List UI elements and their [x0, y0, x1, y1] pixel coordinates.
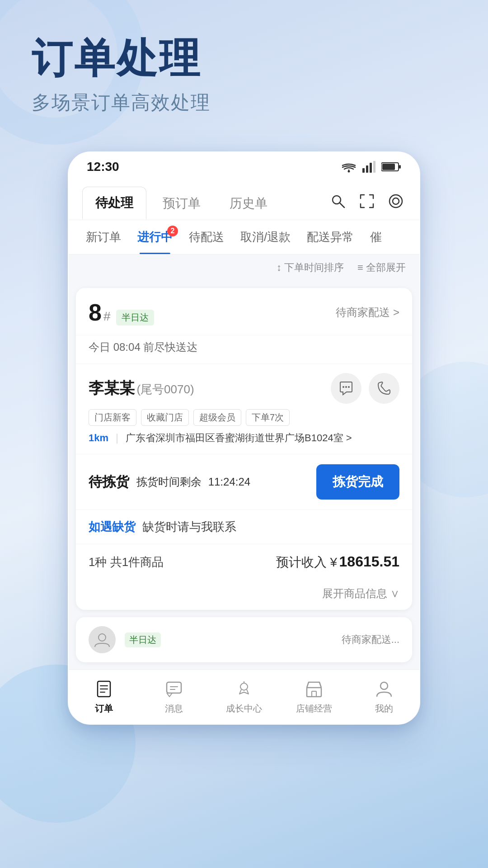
- subnav-new-order[interactable]: 新订单: [78, 220, 129, 254]
- profile-nav-label: 我的: [375, 703, 393, 715]
- battery-icon: [381, 161, 401, 172]
- signal-icon: [362, 161, 376, 173]
- tab-pending[interactable]: 待处理: [82, 187, 146, 220]
- phone-icon: [376, 381, 392, 396]
- second-order-preview[interactable]: 半日达 待商家配送...: [76, 617, 412, 662]
- order-num-hash: #: [103, 309, 111, 324]
- preview-status: 待商家配送...: [342, 633, 399, 646]
- tab-prebook[interactable]: 预订单: [150, 187, 213, 220]
- search-button[interactable]: [328, 191, 348, 211]
- order-number: 8 # 半日达: [89, 299, 154, 326]
- scan-icon: [359, 193, 375, 209]
- scan-button[interactable]: [357, 191, 377, 211]
- store-nav-label: 店铺经营: [296, 703, 332, 715]
- oos-notice: 如遇缺货 缺货时请与我联系: [76, 509, 412, 544]
- income-prefix: 预计收入 ¥: [276, 555, 337, 569]
- top-nav: 待处理 预订单 历史单: [69, 179, 419, 220]
- svg-point-26: [380, 682, 388, 689]
- bottom-nav-store[interactable]: 店铺经营: [279, 677, 349, 715]
- card-header: 8 # 半日达 待商家配送 >: [76, 288, 412, 335]
- expand-products-button[interactable]: 展开商品信息 ∨: [76, 580, 412, 610]
- settings-button[interactable]: [386, 191, 406, 211]
- tag-favorite-store: 收藏门店: [141, 409, 189, 426]
- customer-section: 李某某 (尾号0070): [76, 363, 412, 454]
- phone-mockup: 12:30 待处理 预订单 历史单: [68, 151, 420, 725]
- svg-rect-24: [312, 691, 316, 697]
- bottom-nav: 订单 消息 成长中心: [69, 670, 419, 724]
- order-status[interactable]: 待商家配送 >: [336, 305, 399, 320]
- call-button[interactable]: [369, 373, 399, 404]
- product-count: 1种 共1件商品: [89, 554, 164, 570]
- order-nav-icon: [93, 677, 115, 700]
- income-amount: 18615.51: [339, 553, 399, 570]
- bottom-nav-message[interactable]: 消息: [139, 677, 209, 715]
- svg-point-0: [348, 170, 350, 173]
- oos-link[interactable]: 如遇缺货: [89, 520, 136, 533]
- subnav-cancel-refund[interactable]: 取消/退款: [232, 220, 299, 254]
- svg-point-14: [348, 386, 350, 388]
- avatar-icon: [93, 631, 111, 649]
- svg-point-12: [343, 386, 344, 388]
- message-nav-label: 消息: [165, 703, 183, 715]
- gear-icon: [388, 193, 404, 209]
- tab-history[interactable]: 历史单: [217, 187, 280, 220]
- status-time: 12:30: [87, 160, 119, 174]
- customer-id: (尾号0070): [136, 382, 194, 396]
- svg-point-13: [345, 386, 347, 388]
- svg-rect-23: [307, 688, 321, 697]
- svg-point-10: [393, 198, 399, 204]
- picking-section: 待拣货 拣货时间剩余 11:24:24 拣货完成: [76, 454, 412, 509]
- subnav-pending-delivery[interactable]: 待配送: [181, 220, 232, 254]
- profile-nav-icon: [373, 677, 395, 700]
- picking-label: 待拣货: [89, 473, 129, 491]
- customer-actions: [331, 373, 399, 404]
- customer-tags: 门店新客 收藏门店 超级会员 下单7次: [89, 409, 399, 426]
- growth-nav-icon: [233, 677, 255, 700]
- sub-nav: 新订单 进行中 2 待配送 取消/退款 配送异常 催: [69, 220, 419, 255]
- bottom-nav-order[interactable]: 订单: [69, 677, 139, 715]
- preview-avatar: [89, 626, 116, 653]
- page-header: 订单处理 多场景订单高效处理: [0, 0, 488, 133]
- page-title: 订单处理: [32, 36, 456, 81]
- tag-new-customer: 门店新客: [89, 409, 136, 426]
- svg-rect-20: [167, 682, 181, 693]
- message-nav-icon: [163, 677, 185, 700]
- svg-rect-4: [373, 161, 375, 173]
- order-nav-label: 订单: [95, 703, 113, 715]
- time-sort-button[interactable]: ↕ 下单时间排序: [277, 261, 344, 274]
- address-row[interactable]: 1km ｜ 广东省深圳市福田区香蜜湖街道世界广场B1024室 >: [89, 431, 399, 445]
- tag-super-member: 超级会员: [193, 409, 241, 426]
- svg-rect-7: [399, 165, 401, 169]
- income-section: 预计收入 ¥ 18615.51: [276, 553, 399, 571]
- customer-row: 李某某 (尾号0070): [89, 373, 399, 404]
- bottom-nav-growth[interactable]: 成长中心: [209, 677, 279, 715]
- subnav-urge[interactable]: 催: [362, 220, 390, 254]
- chat-button[interactable]: [331, 373, 361, 404]
- order-card: 8 # 半日达 待商家配送 > 今日 08:04 前尽快送达 李某某 (尾号00…: [76, 288, 412, 610]
- order-type-tag: 半日达: [116, 310, 154, 326]
- chat-icon: [338, 381, 354, 396]
- picking-left: 待拣货 拣货时间剩余 11:24:24: [89, 473, 250, 491]
- svg-line-9: [340, 203, 344, 208]
- wifi-icon: [341, 161, 357, 173]
- nav-tabs: 待处理 预订单 历史单: [82, 187, 328, 220]
- bottom-nav-profile[interactable]: 我的: [349, 677, 419, 715]
- address-text: 广东省深圳市福田区香蜜湖街道世界广场B1024室 >: [126, 431, 352, 445]
- picking-timer: 拣货时间剩余 11:24:24: [136, 475, 250, 489]
- subnav-in-progress[interactable]: 进行中 2: [129, 220, 181, 254]
- expand-all-button[interactable]: ≡ 全部展开: [357, 261, 406, 274]
- customer-name-row: 李某某 (尾号0070): [89, 378, 194, 399]
- order-num-big: 8: [89, 299, 102, 326]
- svg-rect-3: [370, 163, 372, 173]
- order-time: 今日 08:04 前尽快送达: [76, 335, 412, 363]
- nav-actions: [328, 191, 406, 216]
- preview-tag: 半日达: [125, 632, 161, 647]
- svg-point-11: [389, 195, 402, 208]
- picking-complete-button[interactable]: 拣货完成: [316, 464, 399, 500]
- product-count-row: 1种 共1件商品 预计收入 ¥ 18615.51: [76, 544, 412, 580]
- subnav-delivery-abnormal[interactable]: 配送异常: [299, 220, 362, 254]
- store-nav-icon: [303, 677, 325, 700]
- status-icons: [341, 161, 401, 173]
- in-progress-badge: 2: [167, 226, 178, 236]
- search-icon: [330, 193, 346, 209]
